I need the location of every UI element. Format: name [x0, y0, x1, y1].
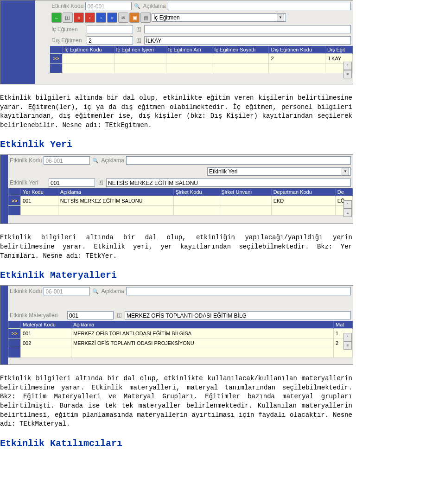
- form-sidebar: [0, 286, 8, 364]
- grid-header-row: Yer Kodu Açıklama Şirket Kodu Şirket Ünv…: [8, 188, 353, 196]
- grid-header[interactable]: Mat: [334, 321, 353, 329]
- grid-row[interactable]: [8, 348, 353, 358]
- yeri-form: Etkinlik Kodu 06-001 🔍 Açıklama Etkinlik…: [0, 154, 353, 224]
- ic-egitmen-code[interactable]: [87, 25, 133, 33]
- dis-egitmen-label: Dış Eğitmen: [51, 37, 85, 44]
- cell-kodu[interactable]: 002: [21, 338, 71, 348]
- lookup-icon[interactable]: ⚿: [135, 26, 142, 33]
- grid-header[interactable]: Yer Kodu: [21, 188, 58, 196]
- cell-dis-kod[interactable]: 2: [269, 54, 325, 64]
- type-combo[interactable]: Etkinlik Yeri ▼: [207, 167, 351, 176]
- grid-header[interactable]: İç Eğitmen Kodu: [63, 46, 114, 54]
- row-marker: >>: [8, 329, 21, 338]
- paragraph-egitmen: Etkinlik bilgileri altında bir dal olup,…: [0, 94, 352, 130]
- cell-dep[interactable]: EKD: [271, 196, 335, 206]
- doc-button[interactable]: ▤: [140, 13, 151, 23]
- first-button[interactable]: «: [74, 13, 84, 23]
- heading-katilimci: Etkinlik Katılımcıları: [0, 438, 445, 449]
- etkinlik-kodu-field[interactable]: 06-001: [85, 2, 132, 10]
- etkinlik-kodu-field[interactable]: 06-001: [44, 287, 90, 295]
- cell-aciklama[interactable]: MERKEZİ OFİS TOPLANTI ODASI PROJEKSİYONU: [71, 338, 334, 348]
- grid-row[interactable]: 002 MERKEZİ OFİS TOPLANTI ODASI PROJEKSİ…: [8, 338, 353, 348]
- materyal-form: Etkinlik Kodu 06-001 🔍 Açıklama Etkinlik…: [0, 285, 353, 365]
- egitmen-form: Etkinlik Kodu 06-001 🔍 Açıklama ← ⚿ « ‹ …: [0, 0, 353, 84]
- row-marker: >>: [50, 54, 63, 64]
- aciklama-field[interactable]: [126, 287, 351, 295]
- lookup-icon[interactable]: 🔍: [134, 2, 141, 10]
- last-button[interactable]: »: [107, 13, 117, 23]
- grid-header[interactable]: İç Eğitmen İşyeri: [114, 46, 166, 54]
- yer-adi-field[interactable]: NETSİS MERKEZ EĞİTİM SALONU: [106, 179, 351, 187]
- aciklama-label: Açıklama: [143, 3, 165, 9]
- mail-button[interactable]: ✉: [118, 13, 128, 23]
- aciklama-field[interactable]: [168, 2, 351, 10]
- etkinlik-kodu-field[interactable]: 06-001: [44, 156, 90, 165]
- etkinlik-kodu-label: Etkinlik Kodu: [51, 3, 83, 9]
- type-combo-value: Etkinlik Yeri: [209, 167, 237, 176]
- lookup-icon[interactable]: 🔍: [92, 157, 99, 164]
- aciklama-field[interactable]: [126, 156, 351, 165]
- materyal-label: Etkinlik Materyalleri: [10, 312, 65, 319]
- aciklama-label: Açıklama: [101, 157, 124, 164]
- yer-kodu-field[interactable]: 001: [49, 179, 95, 187]
- grid-row[interactable]: >> 2 İLKAY: [50, 54, 353, 64]
- grid-header[interactable]: Dış Eğitmen Kodu: [269, 46, 325, 54]
- row-marker: >>: [8, 196, 21, 206]
- grid-row[interactable]: >> 001 NETSİS MERKEZ EĞİTİM SALONU EKD E…: [8, 196, 353, 206]
- egitmen-grid[interactable]: İç Eğitmen Kodu İç Eğitmen İşyeri İç Eği…: [50, 46, 353, 73]
- scroll-drag-button[interactable]: ≡: [343, 70, 352, 78]
- grid-row[interactable]: [50, 64, 353, 73]
- grid-header-row: Materyal Kodu Açıklama Mat: [8, 321, 353, 329]
- yeri-grid[interactable]: Yer Kodu Açıklama Şirket Kodu Şirket Ünv…: [8, 188, 353, 216]
- cell-kodu[interactable]: 001: [21, 329, 71, 338]
- type-combo[interactable]: İç Eğitmen ▼: [152, 13, 286, 22]
- dis-egitmen-name[interactable]: İLKAY: [144, 36, 351, 45]
- grid-header[interactable]: Şirket Ünvanı: [219, 188, 271, 196]
- cell-aciklama[interactable]: MERKEZ OFİS TOPLANTI ODASI EĞİTİM BİLGİS…: [71, 329, 334, 338]
- lookup-icon[interactable]: 🔍: [92, 287, 99, 295]
- heading-yeri: Etkinlik Yeri: [0, 139, 445, 150]
- type-combo-value: İç Eğitmen: [153, 13, 180, 22]
- materyal-grid[interactable]: Materyal Kodu Açıklama Mat >> 001 MERKEZ…: [8, 321, 353, 358]
- scroll-drag-button[interactable]: ≡: [343, 209, 352, 217]
- yer-label: Etkinlik Yeri: [10, 179, 47, 186]
- chevron-down-icon[interactable]: ▼: [277, 14, 284, 21]
- back-button[interactable]: ←: [51, 13, 62, 23]
- grid-header[interactable]: De: [335, 188, 352, 196]
- chevron-down-icon[interactable]: ▼: [342, 168, 349, 175]
- scroll-up-button[interactable]: ˄: [343, 62, 352, 70]
- grid-header[interactable]: Şirket Kodu: [173, 188, 219, 196]
- materyal-kodu-field[interactable]: 001: [67, 311, 114, 319]
- ic-egitmen-name[interactable]: [144, 25, 351, 33]
- etkinlik-kodu-label: Etkinlik Kodu: [10, 157, 42, 164]
- etkinlik-kodu-label: Etkinlik Kodu: [10, 288, 42, 294]
- materyal-adi-field[interactable]: MERKEZ OFİS TOPLANTI ODASI EĞİTİM BİLG: [125, 311, 351, 319]
- grid-header[interactable]: İç Eğitmen Soyadı: [212, 46, 269, 54]
- lookup-icon[interactable]: ⚿: [97, 179, 104, 186]
- grid-header[interactable]: İç Eğitmen Adı: [166, 46, 212, 54]
- paragraph-yeri: Etkinlik bilgileri altında bir dal olup,…: [0, 233, 352, 261]
- grid-header[interactable]: Dış Eğit: [325, 46, 352, 54]
- heading-materyal: Etkinlik Materyalleri: [0, 270, 445, 281]
- aciklama-label: Açıklama: [101, 288, 124, 294]
- key-button[interactable]: ⚿: [63, 13, 73, 23]
- grid-header[interactable]: Departman Kodu: [271, 188, 335, 196]
- scroll-drag-button[interactable]: ≡: [343, 341, 352, 350]
- grid-header[interactable]: Açıklama: [58, 188, 173, 196]
- ic-egitmen-label: İç Eğitmen: [51, 26, 85, 32]
- lookup-icon[interactable]: ⚿: [135, 37, 142, 44]
- grid-row[interactable]: [8, 206, 353, 216]
- dis-egitmen-code[interactable]: 2: [87, 36, 133, 45]
- grid-header[interactable]: Materyal Kodu: [21, 321, 71, 329]
- grid-row[interactable]: >> 001 MERKEZ OFİS TOPLANTI ODASI EĞİTİM…: [8, 329, 353, 338]
- grid-header[interactable]: Açıklama: [71, 321, 334, 329]
- prev-button[interactable]: ‹: [85, 13, 95, 23]
- next-button[interactable]: ›: [96, 13, 106, 23]
- form-sidebar: [0, 155, 8, 223]
- lookup-icon[interactable]: ⚿: [115, 312, 123, 319]
- scroll-up-button[interactable]: ˄: [343, 200, 352, 209]
- cell-kodu[interactable]: 001: [21, 196, 58, 206]
- scroll-up-button[interactable]: ˄: [343, 333, 352, 341]
- export-button[interactable]: ▣: [129, 13, 140, 23]
- cell-aciklama[interactable]: NETSİS MERKEZ EĞİTİM SALONU: [58, 196, 173, 206]
